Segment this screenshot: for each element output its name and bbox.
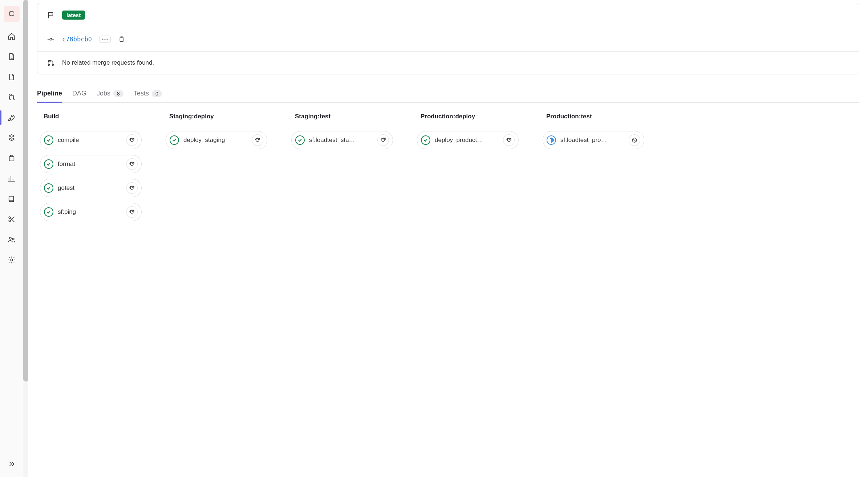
sidebar-item-deployments[interactable]: [3, 129, 20, 147]
job-name: sf:loadtest_pro…: [560, 136, 624, 144]
sidebar-item-merge-requests[interactable]: [3, 89, 20, 106]
stage-production-deploy: Production:deploy deploy_product…: [417, 113, 519, 149]
stage-title: Production:test: [543, 113, 644, 120]
svg-point-17: [52, 64, 54, 66]
file-icon: [8, 53, 16, 61]
retry-button[interactable]: [126, 134, 138, 146]
job-gotest[interactable]: gotest: [40, 179, 142, 197]
job-name: compile: [58, 136, 122, 144]
svg-point-15: [48, 60, 50, 62]
commit-more-button[interactable]: [99, 36, 111, 43]
stage-title: Production:deploy: [417, 113, 519, 120]
members-icon: [8, 236, 16, 244]
tab-dag[interactable]: DAG: [72, 86, 86, 102]
job-format[interactable]: format: [40, 155, 142, 173]
svg-point-1: [9, 99, 10, 100]
main-content: latest c78bbcb0 No related merge request…: [28, 0, 868, 477]
copy-sha-button[interactable]: [118, 34, 125, 44]
svg-point-2: [13, 99, 14, 100]
tab-pipeline[interactable]: Pipeline: [37, 86, 62, 102]
svg-point-11: [102, 39, 103, 40]
clipboard-icon: [118, 36, 125, 42]
stage-staging-deploy: Staging:deploy deploy_staging: [166, 113, 267, 149]
job-compile[interactable]: compile: [40, 131, 142, 149]
sidebar-item-wiki[interactable]: [3, 190, 20, 208]
svg-rect-4: [9, 156, 14, 161]
merge-request-icon: [8, 93, 16, 101]
svg-point-10: [50, 38, 52, 40]
retry-icon: [129, 161, 135, 167]
svg-point-0: [9, 95, 10, 96]
main-scrollbar[interactable]: [23, 0, 28, 477]
pipeline-graph: Build compile format gotest sf:ping: [37, 103, 859, 236]
book-icon: [8, 195, 16, 203]
chevron-double-right-icon: [8, 460, 16, 468]
status-passed-icon: [170, 135, 179, 145]
job-sf-loadtest-production[interactable]: sf:loadtest_pro…: [543, 131, 644, 149]
job-deploy-staging[interactable]: deploy_staging: [166, 131, 267, 149]
pipeline-summary-card: latest c78bbcb0 No related merge request…: [37, 3, 859, 74]
sidebar-item-issues[interactable]: [3, 68, 20, 86]
ellipsis-icon: [102, 37, 108, 41]
job-name: deploy_staging: [183, 136, 247, 144]
bar-chart-icon: [8, 175, 16, 183]
stage-build: Build compile format gotest sf:ping: [40, 113, 142, 221]
mr-row: No related merge requests found.: [37, 52, 859, 74]
tab-count: 8: [113, 90, 123, 97]
scissors-icon: [8, 215, 16, 223]
tab-tests[interactable]: Tests0: [134, 86, 162, 102]
retry-button[interactable]: [126, 206, 138, 218]
retry-icon: [129, 209, 135, 215]
sidebar-expand-button[interactable]: [3, 455, 20, 473]
svg-rect-14: [120, 37, 123, 42]
status-passed-icon: [44, 159, 53, 169]
cancel-icon: [631, 137, 638, 143]
commit-icon: [47, 35, 55, 43]
sidebar-item-cicd[interactable]: [3, 109, 20, 126]
sidebar-item-monitor[interactable]: [3, 170, 20, 187]
deployments-icon: [8, 134, 16, 142]
tab-label: DAG: [72, 90, 86, 97]
stage-title: Staging:test: [291, 113, 393, 120]
commit-sha-link[interactable]: c78bbcb0: [62, 36, 92, 43]
cancel-button[interactable]: [629, 134, 640, 146]
retry-button[interactable]: [503, 134, 515, 146]
retry-button[interactable]: [126, 182, 138, 194]
stage-staging-test: Staging:test sf:loadtest_sta…: [291, 113, 393, 149]
rocket-icon: [8, 114, 16, 122]
sidebar-item-members[interactable]: [3, 231, 20, 248]
tab-count: 0: [152, 90, 162, 97]
retry-button[interactable]: [126, 158, 138, 170]
job-sf-loadtest-staging[interactable]: sf:loadtest_sta…: [291, 131, 393, 149]
svg-point-13: [106, 39, 108, 40]
retry-icon: [129, 137, 135, 143]
sidebar-item-repository[interactable]: [3, 48, 20, 65]
sidebar-item-home[interactable]: [3, 28, 20, 45]
latest-row: latest: [37, 3, 859, 27]
file-alt-icon: [8, 73, 16, 81]
svg-point-8: [12, 238, 14, 240]
status-passed-icon: [44, 183, 53, 193]
job-name: gotest: [58, 184, 122, 192]
retry-icon: [254, 137, 261, 143]
retry-button[interactable]: [377, 134, 389, 146]
sidebar-item-packages[interactable]: [3, 150, 20, 167]
job-name: format: [58, 160, 122, 168]
pipeline-tabs: Pipeline DAG Jobs8 Tests0: [37, 86, 859, 103]
scrollbar-thumb[interactable]: [23, 0, 28, 382]
sidebar-item-settings[interactable]: [3, 251, 20, 269]
job-deploy-production[interactable]: deploy_product…: [417, 131, 519, 149]
flag-icon: [47, 11, 55, 19]
retry-button[interactable]: [252, 134, 263, 146]
status-passed-icon: [421, 135, 430, 145]
home-icon: [8, 32, 16, 40]
tab-jobs[interactable]: Jobs8: [97, 86, 123, 102]
merge-request-small-icon: [47, 59, 55, 67]
project-avatar[interactable]: C: [4, 6, 20, 22]
no-mr-text: No related merge requests found.: [62, 59, 154, 66]
job-sfping[interactable]: sf:ping: [40, 203, 142, 221]
job-name: sf:loadtest_sta…: [309, 136, 373, 144]
svg-point-5: [9, 217, 11, 219]
svg-point-3: [12, 116, 13, 117]
sidebar-item-snippets[interactable]: [3, 211, 20, 228]
